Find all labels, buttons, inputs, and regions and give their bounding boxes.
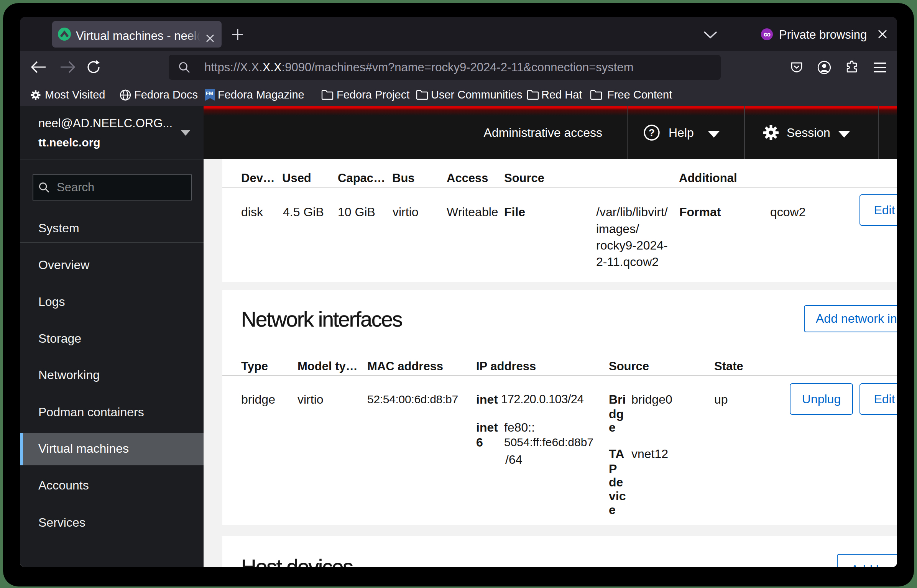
svg-text:?: ? [649, 127, 655, 138]
svg-text:FM: FM [206, 90, 213, 96]
